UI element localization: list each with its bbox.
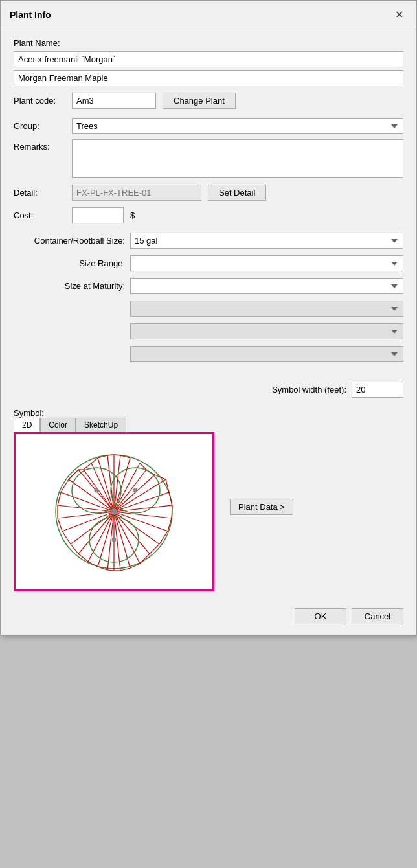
- svg-line-43: [169, 492, 172, 505]
- bottom-buttons: OK Cancel: [14, 608, 403, 624]
- dialog-title: Plant Info: [10, 10, 51, 20]
- symbol-section: Symbol: 2D Color SketchUp: [14, 408, 403, 591]
- cancel-button[interactable]: Cancel: [352, 608, 403, 624]
- close-button[interactable]: ✕: [391, 7, 407, 22]
- container-label: Container/Rootball Size:: [14, 236, 130, 246]
- symbol-width-label: Symbol width (feet):: [272, 385, 346, 394]
- plant-name-label: Plant Name:: [14, 38, 403, 48]
- remarks-row: Remarks:: [14, 139, 403, 178]
- extra-row-1: [14, 301, 403, 317]
- size-range-row: Size Range:: [14, 255, 403, 271]
- svg-point-67: [111, 508, 117, 515]
- group-row: Group: Trees: [14, 118, 403, 134]
- svg-line-2: [107, 455, 114, 512]
- detail-row: Detail: Set Detail: [14, 185, 403, 201]
- svg-line-8: [84, 470, 114, 512]
- svg-line-52: [107, 570, 114, 571]
- cost-currency: $: [130, 211, 135, 220]
- title-bar: Plant Info ✕: [1, 1, 416, 29]
- svg-line-31: [114, 470, 146, 512]
- set-detail-button[interactable]: Set Detail: [208, 185, 266, 201]
- symbol-preview-wrapper: [14, 432, 214, 591]
- group-label: Group:: [14, 121, 72, 131]
- plant-name-scientific-input[interactable]: [14, 51, 403, 67]
- size-maturity-label: Size at Maturity:: [14, 281, 130, 291]
- extra-row-2: [14, 323, 403, 339]
- symbol-area: Symbol: 2D Color SketchUp: [14, 408, 214, 591]
- svg-line-29: [69, 479, 114, 512]
- tab-sketchup[interactable]: SketchUp: [76, 418, 126, 432]
- svg-point-68: [95, 488, 99, 493]
- detail-input[interactable]: [72, 185, 201, 201]
- svg-line-6: [114, 463, 140, 512]
- cost-label: Cost:: [14, 211, 72, 220]
- svg-point-70: [112, 538, 117, 542]
- tab-2d[interactable]: 2D: [14, 418, 40, 432]
- change-plant-button[interactable]: Change Plant: [163, 93, 236, 109]
- plant-info-dialog: Plant Info ✕ Plant Name: Plant code: Cha…: [0, 0, 417, 635]
- ok-button[interactable]: OK: [295, 608, 346, 624]
- dialog-content: Plant Name: Plant code: Change Plant Gro…: [1, 29, 416, 635]
- svg-line-22: [88, 512, 114, 562]
- svg-line-48: [140, 554, 150, 564]
- remarks-label: Remarks:: [14, 142, 72, 152]
- svg-line-56: [71, 544, 78, 554]
- extra-dropdown-2[interactable]: [130, 323, 403, 339]
- symbol-label: Symbol:: [14, 408, 44, 418]
- svg-line-57: [62, 531, 71, 544]
- plant-code-label: Plant code:: [14, 96, 72, 106]
- tab-color[interactable]: Color: [40, 418, 76, 432]
- svg-line-14: [114, 512, 159, 544]
- cost-row: Cost: $: [14, 207, 403, 223]
- detail-label: Detail:: [14, 188, 72, 198]
- plant-name-common-input[interactable]: [14, 70, 403, 86]
- extra-dropdown-3[interactable]: [130, 346, 403, 362]
- size-maturity-row: Size at Maturity:: [14, 278, 403, 294]
- size-range-dropdown[interactable]: [130, 255, 403, 271]
- plant-code-input[interactable]: [72, 93, 156, 109]
- container-row: Container/Rootball Size: 15 gal: [14, 233, 403, 249]
- symbol-width-input[interactable]: [352, 382, 403, 398]
- svg-line-32: [114, 475, 155, 512]
- plant-code-row: Plant code: Change Plant: [14, 93, 403, 109]
- tree-symbol-svg: [39, 444, 188, 580]
- size-range-label: Size Range:: [14, 258, 130, 268]
- remarks-textarea[interactable]: [72, 139, 403, 178]
- svg-point-69: [133, 488, 138, 493]
- extra-row-3: [14, 346, 403, 362]
- symbol-preview: [22, 440, 206, 583]
- size-maturity-dropdown[interactable]: [130, 278, 403, 294]
- symbol-tabs: 2D Color SketchUp: [14, 418, 214, 432]
- container-dropdown[interactable]: 15 gal: [130, 233, 403, 249]
- cost-input[interactable]: [72, 207, 124, 223]
- plant-data-button[interactable]: Plant Data >: [230, 499, 293, 515]
- symbol-width-row: Symbol width (feet):: [14, 382, 403, 398]
- group-dropdown[interactable]: Trees: [72, 118, 403, 134]
- svg-line-54: [88, 562, 98, 567]
- extra-dropdown-1[interactable]: [130, 301, 403, 317]
